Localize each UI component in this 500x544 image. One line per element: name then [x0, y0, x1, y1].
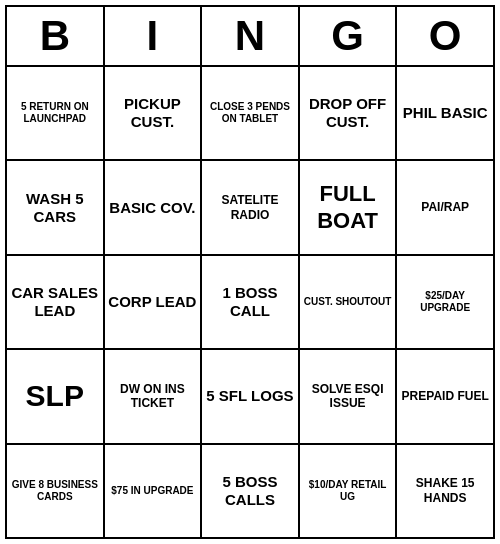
bingo-row-4: GIVE 8 BUSINESS CARDS$75 IN UPGRADE5 BOS…	[7, 445, 493, 537]
bingo-row-2: CAR SALES LEADCORP LEAD1 BOSS CALLCUST. …	[7, 256, 493, 350]
bingo-cell-4-3: $10/DAY RETAIL UG	[300, 445, 398, 537]
bingo-cell-1-2: SATELITE RADIO	[202, 161, 300, 253]
bingo-cell-2-2: 1 BOSS CALL	[202, 256, 300, 348]
bingo-cell-0-0: 5 RETURN ON LAUNCHPAD	[7, 67, 105, 159]
bingo-cell-1-3: FULL BOAT	[300, 161, 398, 253]
bingo-cell-4-2: 5 BOSS CALLS	[202, 445, 300, 537]
bingo-cell-3-0: SLP	[7, 350, 105, 442]
bingo-cell-0-2: CLOSE 3 PENDS ON TABLET	[202, 67, 300, 159]
bingo-cell-3-4: PREPAID FUEL	[397, 350, 493, 442]
bingo-cell-2-1: CORP LEAD	[105, 256, 203, 348]
bingo-cell-0-1: PICKUP CUST.	[105, 67, 203, 159]
bingo-cell-4-0: GIVE 8 BUSINESS CARDS	[7, 445, 105, 537]
bingo-cell-3-2: 5 SFL LOGS	[202, 350, 300, 442]
bingo-cell-3-1: DW ON INS TICKET	[105, 350, 203, 442]
bingo-cell-1-1: BASIC COV.	[105, 161, 203, 253]
bingo-cell-4-4: SHAKE 15 HANDS	[397, 445, 493, 537]
bingo-header-letter: G	[300, 7, 398, 65]
bingo-grid: 5 RETURN ON LAUNCHPADPICKUP CUST.CLOSE 3…	[7, 67, 493, 537]
bingo-header-letter: O	[397, 7, 493, 65]
bingo-row-1: WASH 5 CARSBASIC COV.SATELITE RADIOFULL …	[7, 161, 493, 255]
bingo-cell-3-3: SOLVE ESQI ISSUE	[300, 350, 398, 442]
bingo-cell-1-4: PAI/RAP	[397, 161, 493, 253]
bingo-row-3: SLPDW ON INS TICKET5 SFL LOGSSOLVE ESQI …	[7, 350, 493, 444]
bingo-cell-0-3: DROP OFF CUST.	[300, 67, 398, 159]
bingo-header-letter: I	[105, 7, 203, 65]
bingo-cell-0-4: PHIL BASIC	[397, 67, 493, 159]
bingo-header: BINGO	[7, 7, 493, 67]
bingo-cell-2-4: $25/DAY UPGRADE	[397, 256, 493, 348]
bingo-cell-2-3: CUST. SHOUTOUT	[300, 256, 398, 348]
bingo-cell-4-1: $75 IN UPGRADE	[105, 445, 203, 537]
bingo-header-letter: B	[7, 7, 105, 65]
bingo-cell-1-0: WASH 5 CARS	[7, 161, 105, 253]
bingo-cell-2-0: CAR SALES LEAD	[7, 256, 105, 348]
bingo-header-letter: N	[202, 7, 300, 65]
bingo-card: BINGO 5 RETURN ON LAUNCHPADPICKUP CUST.C…	[5, 5, 495, 539]
bingo-row-0: 5 RETURN ON LAUNCHPADPICKUP CUST.CLOSE 3…	[7, 67, 493, 161]
